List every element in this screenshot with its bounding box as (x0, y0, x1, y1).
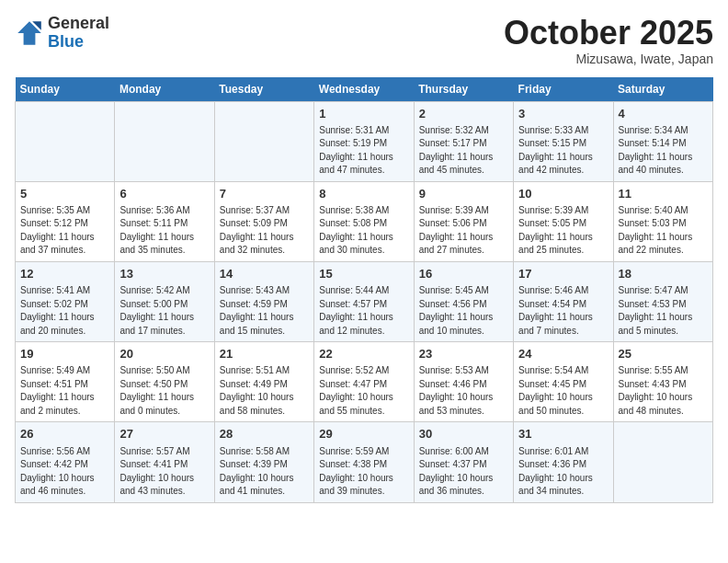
day-content: Sunrise: 6:00 AM Sunset: 4:37 PM Dayligh… (419, 445, 508, 499)
calendar-cell: 28Sunrise: 5:58 AM Sunset: 4:39 PM Dayli… (214, 422, 313, 502)
day-number: 5 (20, 186, 109, 202)
day-number: 4 (619, 106, 708, 122)
weekday-header-friday: Friday (514, 77, 613, 102)
day-content: Sunrise: 5:51 AM Sunset: 4:49 PM Dayligh… (220, 364, 309, 418)
month-title: October 2025 (504, 15, 713, 52)
calendar-cell: 4Sunrise: 5:34 AM Sunset: 5:14 PM Daylig… (613, 101, 712, 181)
calendar-cell (214, 101, 313, 181)
day-content: Sunrise: 5:34 AM Sunset: 5:14 PM Dayligh… (619, 124, 708, 178)
weekday-header-monday: Monday (115, 77, 214, 102)
day-number: 17 (518, 266, 608, 282)
calendar-cell: 7Sunrise: 5:37 AM Sunset: 5:09 PM Daylig… (214, 181, 313, 261)
day-number: 12 (20, 266, 109, 282)
calendar-table: SundayMondayTuesdayWednesdayThursdayFrid… (15, 77, 713, 503)
calendar-cell: 19Sunrise: 5:49 AM Sunset: 4:51 PM Dayli… (16, 342, 115, 422)
day-number: 7 (220, 186, 309, 202)
calendar-cell: 12Sunrise: 5:41 AM Sunset: 5:02 PM Dayli… (16, 261, 115, 341)
day-content: Sunrise: 5:41 AM Sunset: 5:02 PM Dayligh… (20, 284, 109, 338)
calendar-cell: 1Sunrise: 5:31 AM Sunset: 5:19 PM Daylig… (314, 101, 414, 181)
day-content: Sunrise: 5:35 AM Sunset: 5:12 PM Dayligh… (20, 204, 109, 258)
calendar-cell: 13Sunrise: 5:42 AM Sunset: 5:00 PM Dayli… (115, 261, 214, 341)
weekday-header-saturday: Saturday (613, 77, 712, 102)
day-number: 8 (319, 186, 408, 202)
logo: General Blue (15, 15, 109, 52)
calendar-cell: 16Sunrise: 5:45 AM Sunset: 4:56 PM Dayli… (414, 261, 513, 341)
weekday-header-thursday: Thursday (414, 77, 513, 102)
day-content: Sunrise: 5:37 AM Sunset: 5:09 PM Dayligh… (220, 204, 309, 258)
day-number: 14 (220, 266, 309, 282)
calendar-cell (115, 101, 214, 181)
day-content: Sunrise: 5:59 AM Sunset: 4:38 PM Dayligh… (319, 445, 408, 499)
calendar-cell: 22Sunrise: 5:52 AM Sunset: 4:47 PM Dayli… (314, 342, 414, 422)
location: Mizusawa, Iwate, Japan (504, 52, 713, 66)
day-content: Sunrise: 5:52 AM Sunset: 4:47 PM Dayligh… (319, 364, 408, 418)
calendar-cell (16, 101, 115, 181)
day-content: Sunrise: 5:39 AM Sunset: 5:05 PM Dayligh… (518, 204, 608, 258)
day-number: 11 (619, 186, 708, 202)
weekday-header-sunday: Sunday (16, 77, 115, 102)
day-content: Sunrise: 5:55 AM Sunset: 4:43 PM Dayligh… (619, 364, 708, 418)
day-content: Sunrise: 5:31 AM Sunset: 5:19 PM Dayligh… (319, 124, 408, 178)
day-content: Sunrise: 5:42 AM Sunset: 5:00 PM Dayligh… (119, 284, 209, 338)
day-content: Sunrise: 5:58 AM Sunset: 4:39 PM Dayligh… (220, 445, 309, 499)
day-content: Sunrise: 5:56 AM Sunset: 4:42 PM Dayligh… (20, 445, 109, 499)
calendar-cell: 6Sunrise: 5:36 AM Sunset: 5:11 PM Daylig… (115, 181, 214, 261)
day-number: 19 (20, 346, 109, 362)
weekday-header-wednesday: Wednesday (314, 77, 414, 102)
logo-icon (15, 18, 44, 48)
day-content: Sunrise: 5:46 AM Sunset: 4:54 PM Dayligh… (518, 284, 608, 338)
day-content: Sunrise: 5:45 AM Sunset: 4:56 PM Dayligh… (419, 284, 508, 338)
calendar-cell: 8Sunrise: 5:38 AM Sunset: 5:08 PM Daylig… (314, 181, 414, 261)
day-number: 27 (119, 426, 209, 442)
day-content: Sunrise: 5:32 AM Sunset: 5:17 PM Dayligh… (419, 124, 508, 178)
day-number: 13 (119, 266, 209, 282)
day-number: 25 (619, 346, 708, 362)
calendar-cell: 31Sunrise: 6:01 AM Sunset: 4:36 PM Dayli… (514, 422, 613, 502)
day-number: 3 (518, 106, 608, 122)
day-number: 16 (419, 266, 508, 282)
calendar-cell: 14Sunrise: 5:43 AM Sunset: 4:59 PM Dayli… (214, 261, 313, 341)
day-number: 2 (419, 106, 508, 122)
day-number: 28 (220, 426, 309, 442)
day-number: 24 (518, 346, 608, 362)
day-number: 15 (319, 266, 408, 282)
day-number: 23 (419, 346, 508, 362)
calendar-cell: 9Sunrise: 5:39 AM Sunset: 5:06 PM Daylig… (414, 181, 513, 261)
calendar-cell: 2Sunrise: 5:32 AM Sunset: 5:17 PM Daylig… (414, 101, 513, 181)
day-number: 30 (419, 426, 508, 442)
calendar-cell: 17Sunrise: 5:46 AM Sunset: 4:54 PM Dayli… (514, 261, 613, 341)
day-content: Sunrise: 5:40 AM Sunset: 5:03 PM Dayligh… (619, 204, 708, 258)
day-content: Sunrise: 5:43 AM Sunset: 4:59 PM Dayligh… (220, 284, 309, 338)
calendar-cell: 27Sunrise: 5:57 AM Sunset: 4:41 PM Dayli… (115, 422, 214, 502)
day-number: 9 (419, 186, 508, 202)
calendar-cell: 3Sunrise: 5:33 AM Sunset: 5:15 PM Daylig… (514, 101, 613, 181)
day-content: Sunrise: 5:57 AM Sunset: 4:41 PM Dayligh… (119, 445, 209, 499)
page-header: General Blue October 2025 Mizusawa, Iwat… (15, 15, 713, 66)
day-content: Sunrise: 5:33 AM Sunset: 5:15 PM Dayligh… (518, 124, 608, 178)
calendar-cell: 21Sunrise: 5:51 AM Sunset: 4:49 PM Dayli… (214, 342, 313, 422)
calendar-cell: 23Sunrise: 5:53 AM Sunset: 4:46 PM Dayli… (414, 342, 513, 422)
day-number: 29 (319, 426, 408, 442)
calendar-cell (613, 422, 712, 502)
day-content: Sunrise: 5:50 AM Sunset: 4:50 PM Dayligh… (119, 364, 209, 418)
calendar-cell: 10Sunrise: 5:39 AM Sunset: 5:05 PM Dayli… (514, 181, 613, 261)
calendar-cell: 26Sunrise: 5:56 AM Sunset: 4:42 PM Dayli… (16, 422, 115, 502)
day-content: Sunrise: 5:39 AM Sunset: 5:06 PM Dayligh… (419, 204, 508, 258)
day-content: Sunrise: 5:44 AM Sunset: 4:57 PM Dayligh… (319, 284, 408, 338)
logo-text: General Blue (48, 15, 109, 52)
calendar-cell: 29Sunrise: 5:59 AM Sunset: 4:38 PM Dayli… (314, 422, 414, 502)
day-number: 1 (319, 106, 408, 122)
day-content: Sunrise: 5:53 AM Sunset: 4:46 PM Dayligh… (419, 364, 508, 418)
day-content: Sunrise: 5:54 AM Sunset: 4:45 PM Dayligh… (518, 364, 608, 418)
calendar-cell: 11Sunrise: 5:40 AM Sunset: 5:03 PM Dayli… (613, 181, 712, 261)
calendar-cell: 30Sunrise: 6:00 AM Sunset: 4:37 PM Dayli… (414, 422, 513, 502)
day-number: 26 (20, 426, 109, 442)
title-block: October 2025 Mizusawa, Iwate, Japan (504, 15, 713, 66)
day-content: Sunrise: 5:47 AM Sunset: 4:53 PM Dayligh… (619, 284, 708, 338)
day-number: 6 (119, 186, 209, 202)
day-content: Sunrise: 5:49 AM Sunset: 4:51 PM Dayligh… (20, 364, 109, 418)
day-number: 21 (220, 346, 309, 362)
day-number: 31 (518, 426, 608, 442)
calendar-cell: 20Sunrise: 5:50 AM Sunset: 4:50 PM Dayli… (115, 342, 214, 422)
day-content: Sunrise: 5:36 AM Sunset: 5:11 PM Dayligh… (119, 204, 209, 258)
